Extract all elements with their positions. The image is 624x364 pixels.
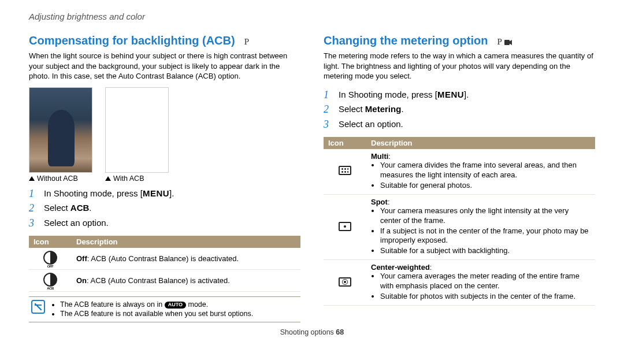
th-description: Description <box>366 137 595 149</box>
note-line-1: The ACB feature is always on in AUTO mod… <box>60 300 253 309</box>
metering-intro: The metering mode refers to the way in w… <box>324 51 595 81</box>
note-line-2: The ACB feature is not available when yo… <box>60 309 253 318</box>
acb-heading: Compensating for backlighting (ACB) P <box>29 34 249 47</box>
acb-note: The ACB feature is always on in AUTO mod… <box>29 296 300 322</box>
svg-rect-0 <box>504 40 510 45</box>
metering-multi-icon <box>339 166 351 175</box>
metering-mode-badge: P <box>497 37 511 47</box>
caption-with-acb: With ACB <box>105 174 169 183</box>
acb-step-1: In Shooting mode, press [MENU]. <box>29 186 300 201</box>
th-icon: Icon <box>29 236 72 248</box>
acb-title: Compensating for backlighting (ACB) <box>29 34 235 47</box>
note-icon <box>31 300 45 314</box>
th-description: Description <box>72 236 300 248</box>
th-icon: Icon <box>324 137 366 149</box>
left-column: Compensating for backlighting (ACB) P Wh… <box>29 34 300 322</box>
metering-center-icon <box>339 277 351 287</box>
photo-without-acb <box>29 87 92 173</box>
breadcrumb: Adjusting brightness and color <box>29 12 595 21</box>
metering-step-3: Select an option. <box>324 117 595 132</box>
triangle-up-icon <box>29 176 35 181</box>
video-mode-icon <box>504 40 512 45</box>
acb-step-2: Select ACB. <box>29 200 300 216</box>
auto-mode-pill: AUTO <box>165 302 186 309</box>
acb-step-3: Select an option. <box>29 216 300 231</box>
menu-button-label: MENU <box>437 90 464 99</box>
acb-steps: In Shooting mode, press [MENU]. Select A… <box>29 186 300 231</box>
metering-step-2: Select Metering. <box>324 102 595 117</box>
metering-title: Changing the metering option <box>324 34 488 47</box>
menu-button-label: MENU <box>143 188 169 198</box>
acb-options-table: Icon Description Off: ACB (Auto Contrast… <box>29 236 300 292</box>
acb-mode-badge: P <box>244 37 249 47</box>
caption-without-acb: Without ACB <box>29 174 92 183</box>
table-row: Multi: Your camera divides the frame int… <box>324 149 595 194</box>
metering-steps: In Shooting mode, press [MENU]. Select M… <box>324 87 595 132</box>
photo-with-acb <box>105 87 169 173</box>
acb-intro: When the light source is behind your sub… <box>29 51 300 81</box>
metering-heading: Changing the metering option P <box>324 34 512 47</box>
acb-off-icon <box>43 251 57 265</box>
acb-on-icon <box>43 273 57 287</box>
page-footer: Shooting options 68 <box>29 328 595 336</box>
table-row: On: ACB (Auto Contrast Balance) is activ… <box>29 270 300 292</box>
right-column: Changing the metering option P The meter… <box>324 34 595 322</box>
table-row: Center-weighted: Your camera averages th… <box>324 260 595 306</box>
metering-spot-icon <box>339 222 351 231</box>
metering-step-1: In Shooting mode, press [MENU]. <box>324 87 595 102</box>
triangle-up-icon <box>105 176 111 181</box>
metering-options-table: Icon Description Multi: Your camera divi… <box>324 137 595 306</box>
table-row: Spot: Your camera measures only the ligh… <box>324 194 595 259</box>
table-row: Off: ACB (Auto Contrast Balance) is deac… <box>29 248 300 270</box>
